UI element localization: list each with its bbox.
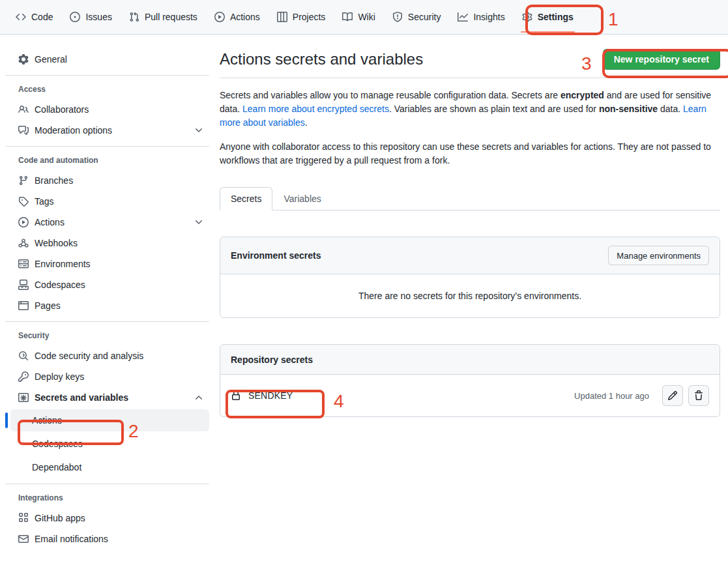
sidebar-item-environments[interactable]: Environments — [10, 254, 209, 274]
tab-label: Insights — [473, 7, 504, 27]
sidebar-item-actions[interactable]: Actions — [10, 212, 209, 233]
tab-label: Security — [408, 7, 441, 27]
sidebar-item-label: Collaborators — [35, 104, 89, 115]
sidebar-section-access: Access — [18, 85, 209, 94]
tab-label: Wiki — [358, 7, 375, 27]
sidebar-item-label: Environments — [35, 259, 91, 269]
sidebar-item-collaborators[interactable]: Collaborators — [10, 99, 209, 120]
sidebar-item-label: Branches — [35, 175, 73, 186]
webhook-icon — [18, 238, 29, 248]
sidebar-item-label: Deploy keys — [35, 371, 84, 382]
tab-insights[interactable]: Insights — [451, 0, 511, 34]
sidebar-item-deploy-keys[interactable]: Deploy keys — [10, 366, 209, 387]
delete-secret-button[interactable] — [688, 385, 709, 406]
codescan-icon — [18, 351, 29, 361]
code-icon — [16, 12, 26, 22]
chevron-down-icon — [194, 217, 204, 227]
sidebar-item-label: General — [35, 54, 67, 65]
trash-icon — [693, 390, 704, 401]
lock-icon — [231, 390, 241, 401]
tab-label: Issues — [85, 7, 111, 27]
tab-label: Settings — [538, 7, 574, 27]
gear-icon — [522, 12, 532, 22]
settings-main-panel: Actions secrets and variables New reposi… — [220, 35, 720, 417]
sidebar-item-secrets-and-variables[interactable]: Secrets and variables — [10, 387, 209, 408]
play-icon — [214, 12, 225, 22]
secret-updated-timestamp: Updated 1 hour ago — [574, 391, 649, 401]
active-item-accent-bar — [5, 413, 8, 428]
sidebar-section-integrations: Integrations — [18, 493, 209, 502]
sidebar-item-label: Pages — [35, 300, 61, 311]
chevron-up-icon — [194, 392, 204, 403]
tab-actions[interactable]: Actions — [208, 0, 267, 34]
sidebar-item-label: Codespaces — [35, 280, 85, 290]
key-asterisk-icon — [18, 392, 29, 403]
divider — [5, 484, 209, 484]
apps-icon — [18, 513, 29, 523]
tab-code[interactable]: Code — [9, 0, 59, 34]
tab-wiki[interactable]: Wiki — [336, 0, 381, 34]
tab-pull-requests[interactable]: Pull requests — [123, 0, 204, 34]
tab-label: Code — [31, 7, 53, 27]
edit-secret-button[interactable] — [662, 385, 683, 406]
sidebar-item-github-apps[interactable]: GitHub apps — [10, 508, 209, 529]
book-icon — [342, 12, 353, 22]
collaborator-paragraph: Anyone with collaborator access to this … — [220, 140, 720, 167]
tab-issues[interactable]: Issues — [63, 0, 118, 34]
chevron-down-icon — [194, 125, 204, 136]
repository-secrets-box: Repository secrets SENDKEY Updated 1 hou… — [220, 344, 720, 417]
new-repository-secret-button[interactable]: New repository secret — [603, 49, 720, 70]
sidebar-item-code-security[interactable]: Code security and analysis — [10, 345, 209, 366]
sidebar-item-label: Actions — [32, 415, 62, 426]
sidebar-item-label: Moderation options — [35, 125, 112, 136]
environment-secrets-empty-text: There are no secrets for this repository… — [220, 274, 720, 317]
git-pull-request-icon — [129, 12, 139, 22]
divider — [5, 146, 209, 147]
tab-security[interactable]: Security — [386, 0, 448, 34]
tab-secrets[interactable]: Secrets — [220, 187, 272, 210]
shield-icon — [392, 12, 403, 22]
sidebar-item-label: Dependabot — [32, 462, 81, 472]
sidebar-item-label: Webhooks — [35, 238, 78, 248]
tab-projects[interactable]: Projects — [270, 0, 332, 34]
settings-sidebar: General Access Collaborators Moderation … — [0, 35, 209, 549]
repository-secrets-title: Repository secrets — [231, 355, 313, 365]
sidebar-section-security: Security — [18, 331, 209, 340]
mail-icon — [18, 534, 29, 544]
divider — [220, 78, 720, 78]
secrets-variables-tabnav: Secrets Variables — [220, 187, 720, 210]
sidebar-item-email-notifications[interactable]: Email notifications — [10, 529, 209, 549]
sidebar-item-pages[interactable]: Pages — [10, 295, 209, 316]
sidebar-item-label: Code security and analysis — [35, 351, 143, 361]
sidebar-item-codespaces[interactable]: Codespaces — [10, 274, 209, 295]
sidebar-subitem-actions-active[interactable]: Actions — [10, 409, 209, 431]
sidebar-item-general[interactable]: General — [10, 49, 209, 70]
sidebar-item-label: Actions — [35, 217, 65, 227]
server-icon — [18, 259, 29, 269]
issue-opened-icon — [70, 12, 80, 22]
people-icon — [18, 104, 29, 115]
manage-environments-button[interactable]: Manage environments — [608, 246, 709, 265]
sidebar-item-label: Secrets and variables — [35, 392, 128, 403]
tab-variables[interactable]: Variables — [272, 187, 332, 210]
sidebar-item-label: Codespaces — [32, 439, 83, 449]
tab-label: Pull requests — [145, 7, 197, 27]
repo-tab-nav: Code Issues Pull requests Actions Projec… — [0, 0, 728, 35]
sidebar-item-moderation-options[interactable]: Moderation options — [10, 120, 209, 141]
secret-name: SENDKEY — [248, 390, 293, 401]
sidebar-item-webhooks[interactable]: Webhooks — [10, 233, 209, 254]
sidebar-item-tags[interactable]: Tags — [10, 191, 209, 212]
project-icon — [277, 12, 287, 22]
pencil-icon — [667, 390, 678, 401]
tab-settings[interactable]: Settings — [516, 0, 580, 34]
codespaces-icon — [18, 280, 29, 290]
comment-discussion-icon — [18, 125, 29, 136]
sidebar-subitem-dependabot[interactable]: Dependabot — [10, 456, 209, 478]
sidebar-subitem-codespaces[interactable]: Codespaces — [10, 433, 209, 455]
gear-icon — [18, 54, 29, 65]
sidebar-item-label: Email notifications — [35, 534, 108, 544]
intro-paragraph: Secrets and variables allow you to manag… — [220, 89, 720, 130]
inline-link[interactable]: Learn more about encrypted secrets — [242, 104, 389, 114]
browser-icon — [18, 300, 29, 311]
sidebar-item-branches[interactable]: Branches — [10, 170, 209, 191]
